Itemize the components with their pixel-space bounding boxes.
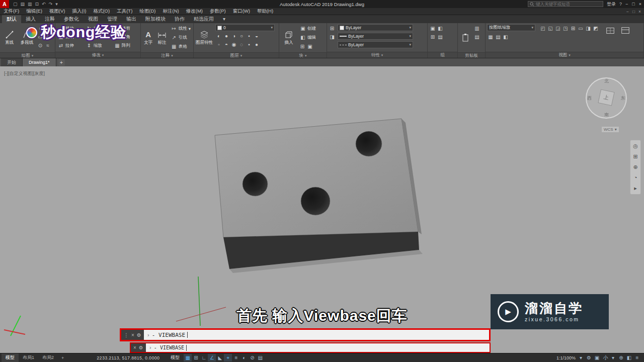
ribbon-tab-featured-apps[interactable]: 精选应用 [189, 15, 218, 23]
layer-tool-icon[interactable]: ▫ [215, 40, 222, 48]
draw-tool-icon[interactable]: ≈ [44, 41, 51, 49]
line-button[interactable]: 直线 [2, 24, 17, 51]
command-close-icon[interactable]: × [133, 345, 136, 350]
text-button[interactable]: A 文字 [142, 24, 154, 51]
menu-item[interactable]: 工具(T) [113, 8, 136, 15]
panel-label-annotation[interactable]: 注释▾ [141, 52, 193, 58]
object-color-dropdown[interactable]: ByLayer ▾ [338, 24, 413, 31]
ribbon-tab-parametric[interactable]: 参数化 [59, 15, 84, 23]
mirror-button[interactable]: ◧镜像 [85, 33, 112, 41]
annotation-visibility-icon[interactable]: ▣ [593, 354, 601, 361]
draw-tool-icon[interactable]: ▭ [37, 33, 44, 41]
draw-tool-icon[interactable]: ○ [37, 24, 44, 32]
ribbon-tab-view[interactable]: 视图 [84, 15, 103, 23]
hole-1[interactable] [243, 172, 268, 196]
scale-button[interactable]: ⇕缩放 [85, 41, 112, 50]
group-tool-icon[interactable]: ▣ [429, 24, 436, 32]
panel-label-layers[interactable]: 图层▾ [194, 52, 279, 58]
block-tool-icon[interactable]: ⊞ [299, 42, 306, 50]
fillet-button[interactable]: ◠圆角 [113, 33, 140, 41]
wcs-dropdown[interactable]: WCS ▾ [602, 127, 619, 132]
drawing-canvas[interactable]: [-][自定义视图][灰度] 北 东 南 西 上 WCS ▾ ◎⊞⊕◔▸ 首先 … [0, 66, 644, 353]
ribbon-tab-output[interactable]: 输出 [122, 15, 141, 23]
draw-tool-icon[interactable]: ⊙ [37, 41, 44, 49]
command-input[interactable]: › - VIEWBASE [144, 330, 489, 340]
command-grip[interactable]: × ⚙ [131, 343, 146, 352]
file-tab-drawing1[interactable]: Drawing1* [23, 58, 56, 66]
group-tool-icon[interactable]: ◧ [437, 24, 444, 32]
layout-tab-layout1[interactable]: 布局1 [19, 353, 38, 362]
model-space-button[interactable]: 模型 [168, 354, 183, 361]
panel-label-block[interactable]: 块▾ [279, 52, 327, 58]
menu-item[interactable]: 绘图(D) [136, 8, 159, 15]
object-snap-icon[interactable]: ⌖ [224, 354, 232, 361]
customize-icon[interactable]: ≡ [633, 354, 641, 361]
view-tool-icon[interactable]: ▤ [495, 33, 502, 41]
clipboard-tool-icon[interactable]: ▤ [473, 33, 480, 41]
scale-caret-icon[interactable]: ▾ [577, 354, 585, 361]
new-layout-icon[interactable]: + [59, 353, 66, 362]
array-button[interactable]: ▦阵列 [113, 41, 140, 50]
stretch-button[interactable]: ⇄拉伸 [57, 41, 84, 50]
transparency-icon[interactable]: ◐ [240, 354, 248, 361]
command-input[interactable]: › - VIEWBASE [146, 343, 490, 352]
new-file-icon[interactable]: ▢ [13, 2, 18, 7]
open-file-icon[interactable]: ▤ [21, 2, 25, 7]
linetype-dropdown[interactable]: ByLayer ▾ [338, 41, 413, 48]
layer-tool-icon[interactable]: ◑ [230, 32, 237, 40]
dimension-button[interactable]: 标注 [156, 24, 168, 51]
menu-item[interactable]: 编辑(E) [23, 8, 46, 15]
polyline-button[interactable]: 多段线 [19, 24, 35, 51]
rotate-button[interactable]: ↻旋转 [85, 24, 112, 33]
compass-west[interactable]: 西 [587, 95, 592, 102]
panel-label-groups[interactable]: 组 [428, 52, 457, 58]
menu-item[interactable]: 修改(M) [183, 8, 206, 15]
polar-tracking-icon[interactable]: ∠ [208, 354, 216, 361]
close-icon[interactable]: × [639, 2, 641, 7]
panel-label-modify[interactable]: 修改▾ [55, 52, 140, 58]
properties-tool-icon[interactable]: ◨ [329, 33, 336, 41]
workspace-gear-icon[interactable]: ⚙ [585, 354, 593, 361]
group-tool-icon[interactable]: ⊞ [429, 33, 436, 41]
doc-minimize-icon[interactable]: − [626, 9, 629, 14]
hole-2[interactable] [301, 187, 330, 215]
isodraft-icon[interactable]: ◣ [216, 354, 224, 361]
layout-tab-model[interactable]: 模型 [2, 353, 19, 362]
showmotion-icon[interactable]: ▸ [634, 186, 637, 191]
compass-south[interactable]: 南 [604, 112, 609, 118]
view-tool-icon[interactable]: ◳ [562, 24, 569, 32]
draw-tool-icon[interactable]: ◠ [44, 24, 51, 32]
panel-label-draw[interactable]: 绘图▾ [0, 52, 55, 58]
copy-button[interactable]: ▣复制 [57, 33, 84, 41]
compass-north[interactable]: 北 [604, 78, 609, 84]
ribbon-tab-collaborate[interactable]: 协作 [170, 15, 189, 23]
ribbon-tab-addins[interactable]: 附加模块 [141, 15, 170, 23]
menu-item[interactable]: 格式(O) [90, 8, 113, 15]
panel-label-clipboard[interactable]: 剪贴板 [458, 52, 485, 58]
layer-tool-icon[interactable]: ◓ [223, 40, 230, 48]
selection-cycling-icon[interactable]: ⊘ [248, 354, 256, 361]
block-tool-icon[interactable]: ▣ [306, 42, 313, 50]
layer-tool-icon[interactable]: ● [253, 40, 260, 48]
view-tool-icon[interactable]: ▦ [487, 33, 494, 41]
layer-tool-icon[interactable]: ● [223, 32, 230, 40]
viewport-controls-label[interactable]: [-][自定义视图][灰度] [4, 70, 45, 77]
view-tool-icon[interactable]: ◨ [585, 24, 592, 32]
lineweight-dropdown[interactable]: ByLayer ▾ [338, 33, 413, 40]
print-icon[interactable]: ⊡ [35, 2, 39, 7]
menu-item[interactable]: 窗口(W) [229, 8, 254, 15]
units-button[interactable]: 小 [601, 354, 609, 361]
units-caret-icon[interactable]: ▾ [609, 354, 617, 361]
ribbon-tab-manage[interactable]: 管理 [103, 15, 122, 23]
view-tool-icon[interactable]: ▭ [577, 24, 584, 32]
menu-item[interactable]: 插入(I) [68, 8, 90, 15]
layer-tool-icon[interactable]: ▪ [246, 32, 253, 40]
ortho-icon[interactable]: ∟ [200, 354, 208, 361]
doc-restore-icon[interactable]: □ [632, 9, 635, 14]
view-tool-icon[interactable]: ⊞ [570, 24, 577, 32]
viewport-config-button[interactable] [619, 24, 632, 37]
maximize-icon[interactable]: □ [632, 2, 634, 7]
layout-tab-layout2[interactable]: 布局2 [38, 353, 58, 362]
draw-tool-icon[interactable]: ◇ [44, 33, 51, 41]
panel-label-view[interactable]: 视图▾ [486, 52, 643, 58]
